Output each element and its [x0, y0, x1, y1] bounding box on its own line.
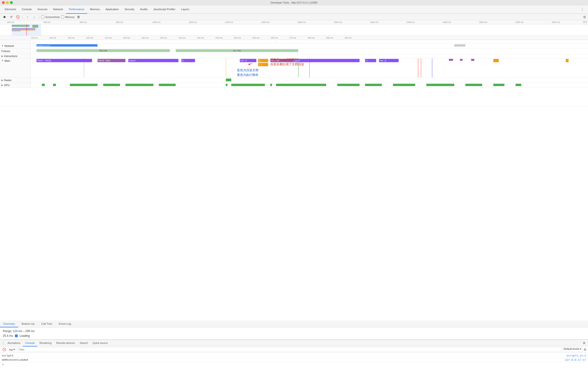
tab-layers[interactable]: Layers	[178, 5, 192, 14]
gpu-bar-14	[393, 84, 415, 86]
main-bar-e[interactable]: E...	[258, 59, 268, 62]
summary-color-loading	[15, 334, 18, 337]
tab-application[interactable]: Application	[103, 5, 122, 14]
main-bar-par2[interactable]: Par...))	[379, 59, 398, 62]
ruler-mark-15: 3200 ms	[552, 21, 588, 23]
interactions-arrow[interactable]: ▶	[1, 55, 3, 57]
console-prompt-icon: >	[2, 363, 4, 366]
interactions-label: ▶ Interactions	[0, 54, 31, 58]
save-profile-button[interactable]: ↓	[31, 14, 37, 20]
memory-checkbox-label[interactable]: Memory	[61, 15, 75, 18]
main-bar-u1[interactable]: U...	[181, 59, 195, 62]
record-button[interactable]: ⏺	[2, 14, 7, 20]
main-bar-small3[interactable]	[471, 59, 474, 61]
main-bar-yellow2[interactable]	[566, 59, 569, 62]
context-select[interactable]: top ▾	[8, 347, 16, 351]
frame-bar-2[interactable]: 41.7 ms	[176, 49, 298, 52]
clear-console-button[interactable]: 🚫	[1, 348, 7, 351]
main-bar-u2[interactable]: U...	[365, 59, 376, 62]
window-title: Developer Tools - http://127.0.0.1:12306…	[271, 1, 318, 4]
ruler-mark-10: 2200 ms	[370, 21, 407, 23]
summary-panel: Range: 124 ms – 299 ms 25.4 ms Loading	[0, 328, 588, 340]
tab-summary[interactable]: Summary	[0, 321, 18, 327]
tabs-more-button[interactable]: ⋮	[579, 7, 586, 12]
console-tab-console[interactable]: Console	[23, 340, 37, 347]
console-tab-remote-devices[interactable]: Remote devices	[54, 340, 77, 347]
console-tab-rendering[interactable]: Rendering	[37, 340, 54, 347]
console-tab-animations[interactable]: Animations	[5, 340, 23, 347]
gpu-bar-18	[516, 84, 521, 86]
console-link-script3[interactable]: script3.js:1	[567, 354, 586, 357]
close-drawer-button[interactable]: ✕	[581, 341, 587, 345]
main-bar-layout1[interactable]: Layout	[128, 59, 179, 62]
screenshots-checkbox[interactable]	[41, 15, 44, 18]
tab-audits[interactable]: Audits	[137, 5, 151, 14]
ruler-mark-13: 2800 ms	[479, 21, 515, 23]
network-bar-right[interactable]	[454, 44, 465, 46]
maximize-button[interactable]	[10, 1, 13, 4]
main-arrow[interactable]: ▼	[1, 59, 4, 62]
screenshots-checkbox-label[interactable]: Screenshots	[41, 15, 60, 18]
console-settings-button[interactable]: ⚙	[584, 348, 587, 351]
empty-space	[0, 88, 588, 106]
detail-ruler-inner: 130 ms 140 ms 150 ms 160 ms 170 ms 180 m…	[31, 37, 588, 39]
tab-bottom-up[interactable]: Bottom-Up	[18, 321, 38, 327]
clear-button[interactable]: 🚫	[15, 14, 20, 20]
main-bar-layout2[interactable]: Layout	[293, 59, 359, 62]
main-bar-parse[interactable]: Parse ...3352))	[37, 59, 92, 62]
tab-js-profiler[interactable]: JavaScript Profiler	[151, 5, 178, 14]
console-row-domcontentloaded: DOMContentLoaded 127.0.0.1/:17	[0, 358, 588, 362]
reload-record-button[interactable]: ↺	[9, 14, 14, 20]
detail-mark-11: 240 ms	[234, 37, 252, 39]
memory-checkbox[interactable]	[61, 15, 64, 18]
detail-mark-15: 280 ms	[308, 37, 326, 39]
detail-mark-10: 230 ms	[215, 37, 234, 39]
main-bar-small1[interactable]	[449, 59, 453, 61]
drawer-dots-button[interactable]: ⋮	[1, 340, 5, 347]
raster-bar-1[interactable]	[226, 79, 231, 81]
delete-profile-button[interactable]: 🗑	[76, 14, 81, 20]
ruler-mark-1: 400 ms	[43, 21, 80, 23]
gpu-label-text: GPU	[4, 84, 10, 87]
main-bar-recyle[interactable]: Rec...yle	[270, 59, 295, 62]
toolbar-sep-1	[22, 15, 23, 19]
tab-elements[interactable]: Elements	[2, 5, 19, 14]
fps-label: FPS	[583, 21, 587, 23]
close-button[interactable]	[2, 1, 5, 4]
console-level-select[interactable]: Default levels ▾	[562, 347, 583, 352]
tab-sources[interactable]: Sources	[35, 5, 50, 14]
tab-security[interactable]: Security	[122, 5, 137, 14]
raster-arrow[interactable]: ▶	[1, 79, 3, 81]
tab-call-tree[interactable]: Call Tree	[38, 321, 55, 327]
minimize-button[interactable]	[6, 1, 9, 4]
overview-content[interactable]	[0, 24, 588, 36]
load-profile-button[interactable]: ↑	[25, 14, 30, 20]
detail-mark-9: 220 ms	[197, 37, 215, 39]
network-arrow[interactable]: ▼	[1, 45, 4, 47]
main-bar-yellow1[interactable]	[493, 59, 499, 62]
main-bar-par1[interactable]: Par...))	[240, 59, 256, 62]
tab-performance[interactable]: Performance	[66, 5, 87, 14]
ruler-mark-0: 200 ms	[7, 21, 43, 23]
detail-mark-3: 160 ms	[86, 37, 105, 39]
console-tab-quick-source[interactable]: Quick source	[90, 340, 110, 347]
tab-console[interactable]: Console	[19, 5, 35, 14]
settings-button[interactable]: ⚙	[583, 15, 586, 19]
detail-ruler: 130 ms 140 ms 150 ms 160 ms 170 ms 180 m…	[0, 36, 588, 40]
tab-network[interactable]: Network	[50, 5, 66, 14]
overview-ruler: 200 ms 400 ms 600 ms 800 ms 1000 ms 1200…	[0, 20, 588, 24]
tab-event-log[interactable]: Event Log	[55, 321, 74, 327]
console-drawer: ⋮ Animations Console Rendering Remote de…	[0, 340, 588, 368]
network-bar-script3[interactable]: script3.js (127...	[37, 44, 98, 46]
main-bar-sub[interactable]: (...)	[258, 63, 268, 66]
gpu-arrow[interactable]: ▶	[1, 84, 3, 86]
console-tab-search[interactable]: Search	[77, 340, 90, 347]
main-bar-recalstyle[interactable]: Recal...Style	[97, 59, 125, 62]
detail-mark-4: 170 ms	[105, 37, 123, 39]
gpu-bar-1	[42, 84, 45, 86]
frame-bar-1[interactable]: 30.2 ms	[37, 49, 170, 52]
console-filter-input[interactable]	[17, 347, 561, 352]
tab-memory[interactable]: Memory	[87, 5, 103, 14]
console-link-domcontentloaded[interactable]: 127.0.0.1/:17	[565, 358, 586, 361]
main-bar-small2[interactable]	[460, 59, 463, 61]
